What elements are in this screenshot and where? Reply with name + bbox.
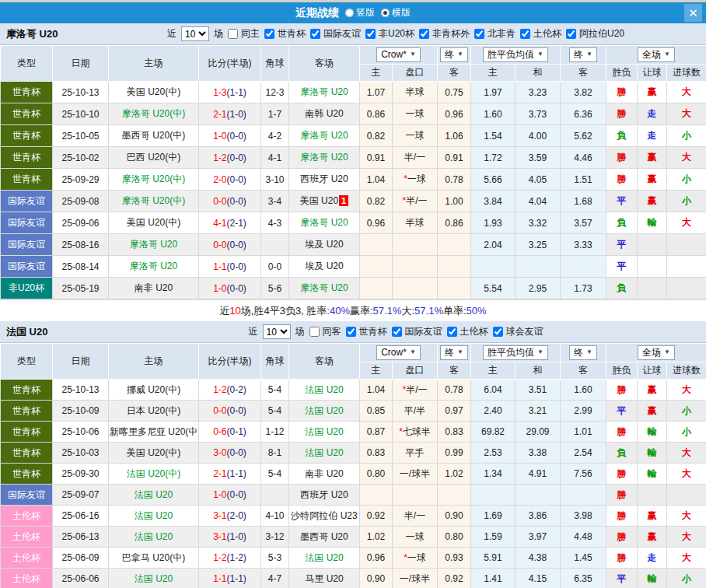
match-date: 25-10-10 (53, 103, 109, 125)
match-date: 25-06-16 (53, 506, 109, 527)
note-badge: 1 (339, 195, 348, 206)
result-handicap: 輸 (638, 443, 667, 464)
avg-away-odds: 1.45 (561, 548, 606, 569)
handicap: 一球 (393, 103, 438, 125)
away-odds: 0.91 (438, 147, 471, 169)
same-venue-checkbox[interactable] (228, 29, 238, 39)
competition-checkbox[interactable] (493, 327, 503, 337)
handicap: 半/一 (393, 147, 438, 169)
corner-score: 4-10 (261, 506, 289, 527)
competition-checkbox[interactable] (520, 29, 530, 39)
close-button[interactable]: ✕ (684, 4, 702, 22)
halftime-score: (0-0) (227, 447, 246, 458)
team-filter-bar: 法国 U20近10场同客世青杯国际友谊土伦杯球会友谊 (0, 321, 706, 343)
table-row: 土伦杯25-06-06法国 U201-1(1-1)4-7马里 U200.90一/… (1, 569, 706, 588)
competition-checkbox[interactable] (566, 29, 576, 39)
result-wdl: 負 (606, 212, 638, 234)
competition-checkbox[interactable] (392, 327, 402, 337)
summary-segment: 57.1% (414, 305, 443, 317)
home-odds: 0.86 (360, 103, 393, 125)
competition-checkbox[interactable] (310, 29, 320, 39)
column-subheader: 让球 (638, 362, 667, 380)
handicap-star: * (404, 173, 407, 184)
recent-results-window: 近期战绩 竖版 横版 ✕ 摩洛哥 U20近10场同主世青杯国际友谊非U20杯非青… (0, 0, 706, 588)
same-venue-checkbox[interactable] (309, 327, 320, 337)
away-team: 摩洛哥 U20 (289, 82, 360, 103)
competition-checkbox[interactable] (419, 29, 429, 39)
fulltime-score: 0-6 (213, 426, 226, 437)
fulltime-score: 1-2 (213, 152, 226, 163)
layout-radio-vertical[interactable]: 竖版 (345, 6, 375, 19)
halftime-score: (0-0) (227, 174, 246, 185)
column-subheader: 主 (471, 65, 516, 82)
match-type: 世青杯 (1, 125, 53, 147)
avg-away-odds: 4.48 (561, 527, 606, 548)
competition-checkbox-label: 国际友谊 (323, 27, 361, 40)
avg-draw-odds: 4.38 (516, 548, 561, 569)
away-team: 沙特阿拉伯 U23 (289, 506, 360, 527)
radio-label: 横版 (392, 6, 411, 19)
games-count-select[interactable]: 10 (263, 324, 291, 339)
odds-source-select[interactable]: Crow*▼ (376, 47, 421, 62)
avg-away-odds: 1.68 (561, 191, 606, 212)
result-wdl: 勝 (606, 527, 638, 548)
chevron-down-icon: ▼ (537, 347, 543, 358)
scope-select[interactable]: 全场▼ (638, 47, 675, 62)
halftime-score: (2-1) (227, 218, 246, 229)
table-row: 土伦杯25-06-13法国 U203-1(1-0)3-12墨西哥 U201.02… (1, 527, 706, 548)
avg-odds-select[interactable]: 胜平负均值▼ (483, 47, 548, 62)
home-odds (360, 256, 393, 278)
summary-segment: 大: (401, 304, 414, 318)
scope-select[interactable]: 全场▼ (638, 345, 675, 360)
avg-draw-odds: 4.00 (516, 125, 561, 147)
competition-checkbox-label: 土伦杯 (533, 27, 561, 40)
competition-checkbox-label: 阿拉伯U20 (579, 27, 624, 40)
avg-odds-select[interactable]: 胜平负均值▼ (483, 345, 548, 360)
avg-home-odds: 3.84 (471, 191, 516, 212)
result-handicap: 赢 (638, 401, 667, 422)
column-header: 主场 (109, 344, 199, 380)
chevron-down-icon: ▼ (664, 347, 670, 358)
avg-home-odds: 5.66 (471, 169, 516, 191)
result-wdl: 勝 (606, 82, 638, 103)
column-subheader: 客 (438, 362, 471, 380)
halftime-score: (1-2) (227, 552, 246, 563)
corner-score: 3-10 (261, 169, 289, 191)
competition-checkbox-label: 非U20杯 (379, 27, 414, 40)
avg-draw-odds: 3.38 (516, 443, 561, 464)
competition-checkbox[interactable] (346, 327, 356, 337)
team-title: 摩洛哥 U20 (6, 23, 58, 45)
avg-away-odds: 1.73 (561, 278, 606, 299)
fulltime-score: 3-1 (213, 510, 226, 521)
competition-checkbox[interactable] (365, 29, 376, 39)
avg-draw-odds: 4.04 (516, 191, 561, 212)
table-row: 世青杯25-09-29摩洛哥 U20(中)2-0(0-0)3-10西班牙 U20… (1, 169, 706, 191)
result-handicap: 赢 (638, 147, 667, 169)
table-row: 非U20杯25-05-19南非 U201-0(0-0)5-6摩洛哥 U205.5… (1, 278, 706, 299)
avg-final-select[interactable]: 终▼ (569, 47, 597, 62)
avg-home-odds: 1.69 (471, 506, 516, 527)
result-goals: 大 (667, 464, 706, 485)
competition-checkbox[interactable] (447, 327, 457, 337)
odds-source-select[interactable]: Crow*▼ (376, 345, 421, 360)
competition-checkbox[interactable] (264, 29, 274, 39)
avg-home-odds: 5.54 (471, 278, 516, 299)
table-row: 世青杯25-10-03美国 U20(中)3-0(0-0)8-1法国 U200.8… (1, 443, 706, 464)
home-odds: 0.90 (360, 569, 393, 588)
result-goals: 小 (667, 422, 706, 443)
summary-segment: 近 (219, 304, 229, 318)
match-date: 25-10-05 (53, 125, 109, 147)
table-row: 世青杯25-10-05墨西哥 U20(中)1-0(0-0)4-2摩洛哥 U200… (1, 125, 706, 147)
avg-final-select[interactable]: 终▼ (569, 345, 597, 360)
avg-away-odds: 2.99 (561, 401, 606, 422)
column-subheader: 胜负 (606, 65, 638, 82)
games-count-select[interactable]: 10 (181, 26, 209, 41)
handicap: 半球 (393, 82, 438, 103)
odds-final-select[interactable]: 终▼ (440, 345, 468, 360)
competition-checkbox[interactable] (474, 29, 484, 39)
team-filter-bar: 摩洛哥 U20近10场同主世青杯国际友谊非U20杯非青杯外北非青土伦杯阿拉伯U2… (0, 23, 706, 45)
odds-final-select[interactable]: 终▼ (440, 47, 468, 62)
home-team: 美国 U20(中) (109, 212, 199, 234)
layout-radio-horizontal[interactable]: 横版 (381, 6, 411, 19)
same-venue-checkbox-label: 同客 (323, 325, 341, 338)
